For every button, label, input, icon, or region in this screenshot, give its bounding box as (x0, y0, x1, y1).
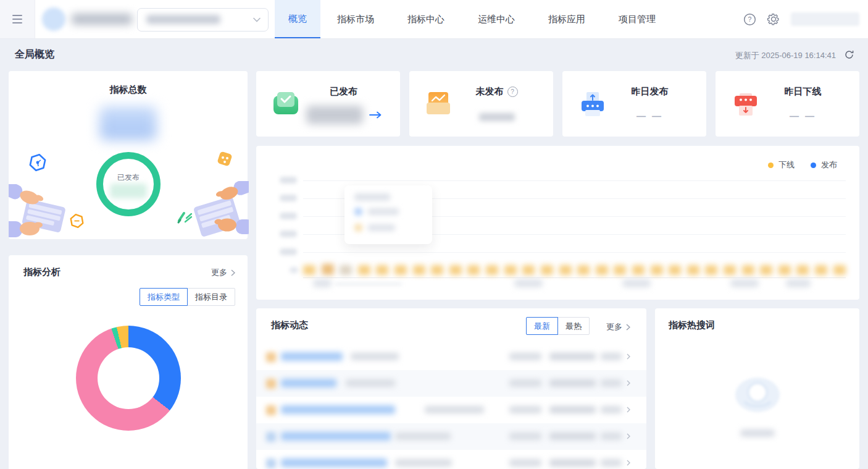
navbar-right: ? (743, 0, 859, 38)
dynamics-title: 指标动态 (271, 319, 308, 331)
tab-metric-apps[interactable]: 指标应用 (532, 0, 602, 38)
tab-metric-catalog[interactable]: 指标目录 (187, 288, 235, 306)
workspace-select[interactable] (137, 8, 269, 32)
x-axis-annotation-redacted (335, 283, 402, 285)
stat-card-unpublished[interactable]: 未发布 ? (409, 71, 553, 137)
tab-project-mgmt[interactable]: 项目管理 (602, 0, 672, 38)
stat-card-published[interactable]: 已发布 (256, 71, 400, 137)
metric-total-title: 指标总数 (9, 84, 248, 96)
stat-value: — — (753, 106, 853, 121)
question-circle-icon: ? (743, 13, 756, 26)
stat-card-yesterday-published[interactable]: 昨日发布 — — (562, 71, 706, 137)
illustration-hands-keyboard-left (9, 184, 72, 239)
x-tick-redacted (313, 279, 332, 287)
analysis-more-link[interactable]: 更多 (211, 267, 235, 278)
published-ring-chart: 已发布 (96, 152, 161, 216)
stat-value (446, 106, 547, 121)
svg-text:?: ? (748, 15, 752, 23)
analysis-title: 指标分析 (23, 266, 61, 278)
logo-mark-redacted (42, 7, 65, 31)
gear-icon (767, 12, 780, 26)
last-updated-text: 更新于 2025-06-19 16:14:41 (735, 50, 836, 61)
legend-item-published: 发布 (811, 159, 837, 171)
trend-bars-redacted (303, 264, 846, 275)
filter-latest[interactable]: 最新 (526, 317, 558, 335)
chart-tooltip-redacted (344, 185, 432, 244)
x-axis-line (303, 277, 846, 278)
stat-value-redacted (306, 106, 363, 124)
stat-label: 昨日发布 (599, 86, 700, 98)
tab-metric-center[interactable]: 指标中心 (391, 0, 461, 38)
chevron-right-icon (627, 433, 630, 439)
ring-value-redacted (110, 184, 147, 198)
hot-search-words-card: 指标热搜词 (655, 308, 859, 469)
tab-overview[interactable]: 概览 (275, 0, 320, 38)
y-tick-redacted (280, 230, 297, 237)
legend-dot-offline (768, 163, 774, 168)
tab-ops-center[interactable]: 运维中心 (461, 0, 532, 38)
y-tick-redacted (280, 195, 297, 201)
legend-item-offline: 下线 (768, 159, 795, 171)
chevron-right-icon (627, 353, 630, 360)
dynamics-filter-group: 最新 最热 (526, 317, 590, 335)
dynamics-row-redacted[interactable] (256, 344, 646, 370)
y-tick-redacted (280, 177, 297, 184)
hamburger-icon (12, 15, 22, 16)
metric-dynamics-card: 指标动态 最新 最热 更多 (256, 308, 646, 469)
dynamics-row-redacted[interactable] (256, 423, 646, 450)
workspace-select-value-redacted (146, 15, 220, 24)
stat-label: 昨日下线 (753, 86, 853, 98)
menu-toggle-button[interactable] (0, 0, 35, 38)
question-circle-icon[interactable]: ? (507, 87, 518, 97)
legend-dot-published (811, 163, 816, 168)
stat-card-yesterday-offline[interactable]: 昨日下线 — — (716, 71, 859, 137)
empty-state-icon (729, 370, 786, 421)
dynamics-row-redacted[interactable] (256, 397, 646, 423)
hexagon-chart-icon (28, 153, 47, 172)
chevron-right-icon (627, 460, 630, 466)
arrow-right-icon[interactable] (369, 111, 382, 119)
filter-hottest[interactable]: 最热 (557, 317, 590, 335)
metric-total-card: 指标总数 已发布 (9, 71, 248, 239)
ring-label: 已发布 (103, 172, 154, 183)
user-account-redacted[interactable] (791, 12, 859, 26)
chevron-right-icon (626, 324, 630, 331)
trend-chart-card: 下线 发布 (256, 146, 859, 300)
x-tick-redacted (622, 279, 651, 287)
chevron-right-icon (627, 380, 630, 386)
refresh-icon[interactable] (844, 49, 854, 60)
help-button[interactable]: ? (743, 13, 756, 26)
dynamics-list (256, 344, 646, 469)
page-header: 全局概览 更新于 2025-06-19 16:14:41 (0, 38, 868, 70)
stat-label: 未发布 ? (446, 86, 547, 98)
dynamics-row-redacted[interactable] (256, 450, 646, 469)
chevron-right-icon (231, 269, 235, 276)
empty-state-text-redacted (740, 429, 775, 437)
chevron-down-icon (253, 17, 261, 22)
app-root: 概览 指标市场 指标中心 运维中心 指标应用 项目管理 ? 全局概览 更新于 2… (0, 0, 868, 469)
metric-total-value-redacted (99, 106, 157, 140)
metric-analysis-card: 指标分析 更多 指标类型 指标目录 (9, 255, 248, 469)
hot-words-title: 指标热搜词 (669, 319, 715, 331)
stat-empty-value: — — (636, 111, 663, 121)
dynamics-more-link[interactable]: 更多 (606, 321, 630, 332)
x-tick-redacted (730, 279, 759, 287)
y-tick-redacted (280, 213, 297, 219)
y-tick-redacted (290, 267, 298, 273)
stat-label: 已发布 (293, 86, 394, 98)
page-title: 全局概览 (15, 48, 54, 61)
legend-label: 下线 (778, 159, 795, 171)
tab-metric-type[interactable]: 指标类型 (140, 288, 188, 306)
primary-nav: 概览 指标市场 指标中心 运维中心 指标应用 项目管理 (275, 0, 672, 38)
tab-metric-market[interactable]: 指标市场 (320, 0, 391, 38)
dynamics-more-label: 更多 (606, 321, 622, 332)
analysis-tab-group: 指标类型 指标目录 (140, 288, 235, 306)
stat-value: — — (599, 106, 700, 121)
x-tick-redacted (514, 279, 543, 287)
logo-text-redacted (72, 14, 132, 25)
settings-button[interactable] (767, 12, 780, 26)
analysis-more-label: 更多 (211, 267, 227, 278)
legend-label: 发布 (821, 159, 837, 171)
dynamics-row-redacted[interactable] (256, 370, 646, 397)
trend-legend: 下线 发布 (768, 159, 837, 171)
